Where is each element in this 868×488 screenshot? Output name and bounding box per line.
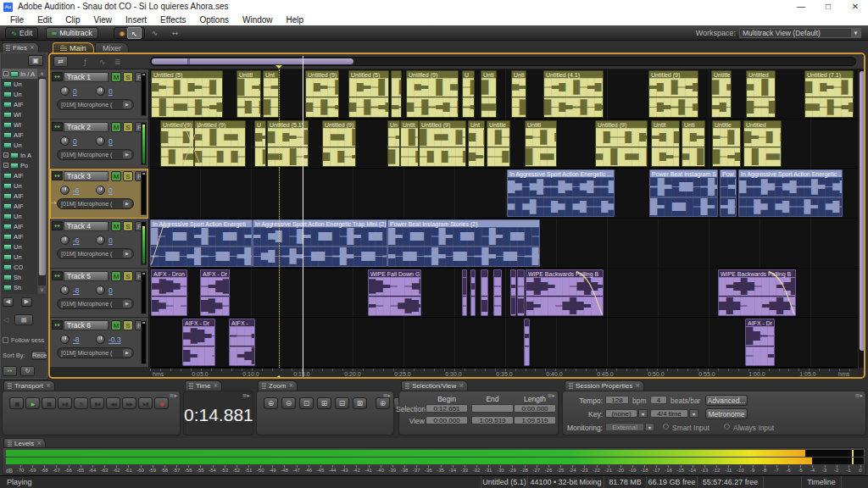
close-icon[interactable]: ×	[30, 43, 35, 53]
audio-clip[interactable]: Unt▄█▂▇▆▄▄█▂▇▆▄▄▆▇▂█▄▄▆▇▂█▄	[468, 120, 485, 168]
track-name-field[interactable]: Track 6	[64, 320, 108, 330]
input-source-dropdown[interactable]: [01M] Microphone (▶	[57, 248, 134, 259]
zoom-out-button[interactable]: ⊖	[281, 397, 296, 409]
audio-clip[interactable]: AIFX - Dr▅▂▃▆██▇▅▅▂▃▆██▇▅▃▆██▇▅▂▃▃▆██▇▅▂…	[182, 319, 215, 366]
panel-menu-icon[interactable]: ≡▸	[170, 392, 177, 399]
file-options-button[interactable]: ▤	[14, 314, 33, 325]
volume-knob[interactable]	[60, 136, 70, 146]
monitoring-dropdown[interactable]: External	[605, 423, 644, 431]
maximize-button[interactable]: □	[815, 0, 841, 14]
import-file-button[interactable]: ▣	[28, 55, 43, 66]
file-list-item[interactable]: +Po	[2, 160, 37, 170]
audio-clip[interactable]: Untitled (9)▁█▅▅█▂▇▆▄█▂▁█▅▅█▂▇▆▄█▂▇▃█▃▇▇…	[419, 120, 466, 168]
crossfade-icon[interactable]	[182, 120, 201, 167]
metronome-button[interactable]: Metronome	[705, 408, 748, 419]
zoom-full-button[interactable]: ⊡	[299, 397, 314, 409]
volume-value[interactable]: -8	[73, 336, 80, 344]
selection-begin-field[interactable]: 0:12.651	[426, 404, 468, 413]
audio-clip[interactable]: Untitled (9)█▅▅█▁█▅▅██▅▅█▁█▅▅█▄█▃▇▆▃█▃▇▄…	[322, 120, 356, 168]
track-name-field[interactable]: Track 4	[64, 221, 108, 231]
pan-value[interactable]: 0	[108, 186, 113, 195]
pan-knob[interactable]	[96, 286, 105, 295]
view-length-field[interactable]: 1:09.519	[514, 416, 556, 424]
play-looped-button[interactable]: ↻	[74, 397, 88, 409]
audio-clip[interactable]: Untitled (5)█▄▆▇▁█▅▅█▁█▄▆▇▁█▅▅█▁▄█▂▇▆▄█▃…	[348, 70, 389, 118]
file-list-item[interactable]: +In A	[2, 150, 37, 160]
pan-value[interactable]: 0	[108, 137, 113, 146]
audio-clip[interactable]: Unti▂█▄▆▇▂█▄▆▇▅▅█▂▇▅▅█▂▇	[481, 70, 497, 118]
track-header-track-2[interactable]: ↔Track 2MSR00[01M] Microphone (▶	[50, 119, 148, 169]
audio-clip[interactable]: U▇▂█▄▆▇▂█▄▆▇▆▄█▂▇▆▄█▂	[462, 70, 475, 118]
pan-knob[interactable]	[96, 236, 105, 245]
go-to-beginning-button[interactable]: ▮◀	[90, 397, 104, 409]
rewind-button[interactable]: ◀◀	[106, 397, 120, 409]
loop-filter-button[interactable]: ↻	[20, 366, 35, 376]
audio-clip[interactable]: Power Beat Instagram Stories (2)▁▆█▄▄█▇▁…	[387, 219, 540, 267]
pause-button[interactable]: ▮▮	[42, 397, 56, 409]
move-tool[interactable]: ↔	[168, 27, 182, 39]
mute-button[interactable]: M	[111, 122, 121, 132]
audio-clip[interactable]: AIFX - Dr▁▄▇██▆▄▁▁▄▇██▆▄▁▇██▆▄▁▄▇▇██▆▄▁▄…	[745, 319, 775, 366]
selection-view-panel-tab[interactable]: Selection/View ×	[401, 380, 468, 391]
audio-clip[interactable]: Untitl▆▇▂█▄▆▇▂▆▇▂█▄▆▇▂▁█▅▅█▂▇▆▁█▅▅█▂▇▆	[525, 120, 557, 168]
play-from-cursor-button[interactable]: ▶▮	[58, 397, 72, 409]
solo-button[interactable]: S	[123, 320, 133, 330]
file-list-item[interactable]: Sh	[2, 282, 37, 292]
audio-clip[interactable]: Power Beat Instagram S▇▁▆█▄▄█▇▁▆█▄▄█▆▇▁▆…	[649, 169, 718, 217]
close-icon[interactable]: ×	[213, 381, 218, 391]
scroll-down-icon[interactable]: ∨	[38, 286, 46, 293]
file-list-item[interactable]: Un	[2, 241, 37, 252]
audio-clip[interactable]: Untitled (9)█▅▆█▁█▅▅█▁█▅█▅▆█▁█▅▅█▁█▅▄█▂▇…	[406, 70, 459, 118]
audio-clip[interactable]: █▂▇▆█▂▇▆▆▇▂█▆▇▂█	[391, 70, 402, 118]
track-grip-icon[interactable]: ↔	[52, 171, 63, 180]
multitrack-mode-button[interactable]: ≡Multitrack	[46, 27, 98, 39]
file-list-item[interactable]: AIF	[2, 221, 37, 231]
file-list-item[interactable]: Un	[2, 211, 37, 221]
volume-value[interactable]: -6	[73, 236, 80, 245]
volume-value[interactable]: -6	[73, 186, 80, 195]
track-grip-icon[interactable]: ↔	[52, 72, 63, 81]
track-header-track-1[interactable]: ↔Track 1MSR00[01M] Microphone (▶	[50, 69, 148, 119]
track-header-track-6[interactable]: ↔Track 6MSR-8-0.3[01M] Microphone (▶	[50, 318, 148, 368]
view-end-field[interactable]: 1:09.519	[471, 416, 514, 424]
solo-button[interactable]: S	[123, 171, 133, 181]
track-grip-icon[interactable]: ↔	[52, 320, 63, 330]
files-panel-tab[interactable]: Files ×	[2, 42, 39, 53]
audio-clip[interactable]: █▆▃▂█▆▃▂▃▂▅▇▃▂▅▇	[481, 269, 488, 317]
workspace-dropdown[interactable]: Multitrack View (Default) ▾	[739, 28, 861, 38]
play-button[interactable]: ▶	[25, 397, 40, 409]
record-button[interactable]: ●	[154, 397, 169, 409]
file-list-item[interactable]: Un	[2, 79, 37, 89]
audio-clip[interactable]: Untitled (9)█▃▇▇▃█▄▆▇▂█▄█▃▇▇▃█▄▆▇▂█▄▅█▁█…	[595, 120, 648, 168]
swap-tracks-button[interactable]: ⇄	[53, 56, 68, 67]
mute-button[interactable]: M	[111, 171, 121, 181]
minimize-button[interactable]: —	[788, 0, 814, 14]
selection-end-field[interactable]	[471, 404, 514, 413]
scrollbar-handle[interactable]	[187, 58, 190, 64]
audio-clip[interactable]: ▇█▇▅▇█▇▅▇▅▂▃▇▅▂▃	[493, 269, 502, 317]
scrollbar-thumb[interactable]	[39, 79, 46, 275]
menu-options[interactable]: Options	[193, 15, 236, 25]
audio-clip[interactable]: Untitle▂█▅▅█▁▂█▅▅█▁▆▄█▂▇▆▆▄█▂▇▆	[711, 70, 732, 118]
track-grip-icon[interactable]: ↔	[52, 122, 63, 131]
audio-clip[interactable]: Untit▆▄█▃▇▇▃█▆▄█▃▇▇▃██▄▆▇▁█▅▅█▄▆▇▁█▅▅	[651, 120, 680, 168]
files-scrollbar[interactable]: ∧ ∨	[37, 69, 47, 294]
always-input-radio[interactable]	[724, 424, 730, 430]
track-grip-icon[interactable]: ↔	[52, 271, 63, 280]
audio-clip[interactable]: In Aggressive Sport Action Energeti▁▇█▄▄…	[150, 219, 253, 267]
input-source-dropdown[interactable]: [01M] Microphone (▶	[57, 198, 134, 209]
pan-value[interactable]: -0.3	[108, 336, 121, 344]
file-list-item[interactable]: AIF	[2, 201, 37, 211]
view-begin-field[interactable]: 0:00.000	[426, 416, 468, 424]
multitrack-filter-button[interactable]: ↔	[3, 366, 17, 376]
scrollbar-thumb[interactable]	[860, 71, 865, 351]
pan-knob[interactable]	[96, 86, 105, 96]
scrollbar-thumb[interactable]	[152, 58, 353, 64]
audio-clip[interactable]: Un▇▆▄█▂▇▆▄█▂▂█▄▆▇▂█▄▆▇	[387, 120, 400, 168]
zoom-in-vertical-button[interactable]: ⊞	[317, 397, 331, 409]
volume-value[interactable]: 0	[73, 137, 77, 146]
pan-knob[interactable]	[96, 136, 105, 146]
audio-clip[interactable]: AIFX - Dr▇▆▃▂▅▇█▇▇▆▃▂▅▇█▇▃▂▅▇█▇▆▃▃▂▅▇█▇▆…	[200, 269, 230, 317]
file-list-item[interactable]: WI	[2, 119, 37, 130]
levels-meter[interactable]: ≡▸ dB -70-69-68-67-66-65-64-63-62-61-60-…	[2, 447, 866, 475]
